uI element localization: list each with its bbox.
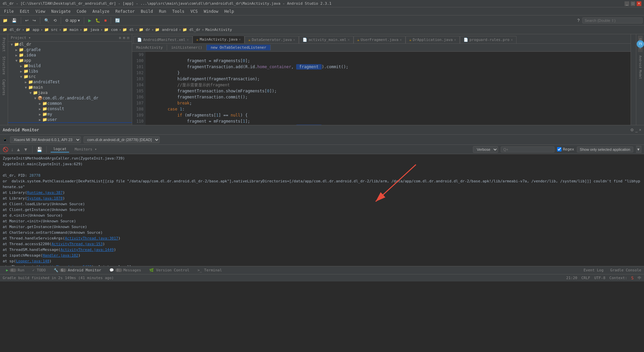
toolbar-debug-btn[interactable]: 🐛	[94, 17, 102, 24]
log-tab-logcat[interactable]: logcat	[51, 146, 69, 152]
method-tab-initlistener[interactable]: initListener()	[167, 45, 207, 50]
toolbar-app-btn[interactable]: ⚙ app ▾	[64, 17, 81, 24]
tab-proguard[interactable]: 📄 proguard-rules.pro ×	[460, 36, 517, 43]
tree-item-idea[interactable]: ▶📁 .idea	[8, 52, 132, 58]
bottom-tab-version-control[interactable]: 🌿 Version Control	[146, 267, 193, 273]
captures-icon[interactable]: Captures	[1, 77, 6, 97]
maximize-button[interactable]: □	[631, 1, 635, 6]
tree-item-src[interactable]: ▼📁 src	[8, 74, 132, 79]
method-tab-ontabselected[interactable]: new OnTabSelectedListener	[207, 45, 271, 50]
tab-mainactivity[interactable]: ☕ MainActivity.java ×	[193, 36, 245, 43]
tab-userfragment[interactable]: ☕ UserFragment.java ×	[354, 36, 406, 43]
event-log-link[interactable]: Event Log	[584, 268, 604, 272]
panel-minimize-btn[interactable]: _	[635, 128, 638, 132]
nav-item-dl_dr2[interactable]: 📁 dl_dr	[182, 28, 201, 32]
global-search-input[interactable]	[582, 17, 643, 24]
toolbar-help-btn[interactable]: ?	[576, 17, 581, 24]
regex-checkbox-label[interactable]: Regex	[557, 147, 574, 151]
nav-item-mainactivity[interactable]: MainActivity	[205, 28, 232, 32]
show-only-selected-btn[interactable]: Show only selected application	[577, 146, 633, 152]
tree-item-dl_dr[interactable]: ▼📁 dl_dr	[8, 42, 132, 47]
tree-item-user[interactable]: ▶📁 user	[8, 117, 132, 122]
tree-item-app[interactable]: ▼📁 app	[8, 58, 132, 63]
nav-item-main[interactable]: 📁 main	[63, 28, 78, 32]
nav-item-dl_dr[interactable]: 📁 dl_dr	[3, 28, 21, 32]
tree-item-libs[interactable]: ▶📁 libs	[8, 69, 132, 74]
tree-item-my[interactable]: ▶📁 my	[8, 112, 132, 117]
menu-run[interactable]: Run	[156, 8, 169, 14]
structure-icon[interactable]: Structure	[1, 54, 6, 77]
tree-item-util[interactable]: ▶📁 util	[8, 122, 132, 123]
nav-item-android[interactable]: 📁 android	[155, 28, 177, 32]
toolbar-run-btn[interactable]: ▶	[87, 17, 93, 24]
menu-file[interactable]: File	[1, 8, 16, 14]
method-tab-mainactivity[interactable]: MainActivity	[132, 45, 167, 50]
project-icon[interactable]: Project	[1, 36, 6, 54]
nav-item-src[interactable]: 📁 src	[44, 28, 58, 32]
logcat-scroll-btn[interactable]: ↓	[11, 147, 13, 152]
menu-view[interactable]: View	[33, 8, 48, 14]
tab-drapplication[interactable]: ☕ DrApplication.java ×	[406, 36, 460, 43]
toolbar-undo-btn[interactable]: ↩	[24, 17, 30, 24]
device-select[interactable]: Xiaomi MI 3W Android 6.0.1, API 23	[10, 136, 81, 143]
regex-checkbox[interactable]	[557, 147, 561, 151]
tab-activity-main-xml[interactable]: 📄 activity_main.xml ×	[299, 36, 354, 43]
menu-refactor[interactable]: Refactor	[113, 8, 138, 14]
menu-code[interactable]: Code	[74, 8, 89, 14]
android-model-tab[interactable]: Android Model	[638, 53, 643, 82]
menu-navigate[interactable]: Navigate	[49, 8, 73, 14]
logcat-save-btn[interactable]: 💾	[37, 147, 42, 152]
code-content[interactable]: fragment = mFragmensts[0]; fragmentTrans…	[146, 52, 631, 125]
tree-item-androidtest[interactable]: ▶📁 androidTest	[8, 79, 132, 85]
bottom-tab-run[interactable]: ▶ 4: Run	[3, 267, 28, 273]
tab-androidmanifest[interactable]: 📄 AndroidManifest.xml ×	[133, 36, 193, 43]
menu-tools[interactable]: Tools	[170, 8, 187, 14]
bottom-tab-todo[interactable]: ✓ TODO	[29, 267, 49, 273]
close-button[interactable]: ×	[637, 1, 641, 6]
nav-item-dl[interactable]: 📁 dl	[122, 28, 134, 32]
panel-close-btn[interactable]: ×	[639, 128, 641, 132]
tree-item-gradle[interactable]: ▶📁 .gradle	[8, 47, 132, 52]
log-search-input[interactable]	[501, 146, 554, 152]
nav-item-java[interactable]: 📁 java	[83, 28, 99, 32]
toolbar-sync-btn[interactable]: 🔄	[114, 17, 121, 24]
menu-window[interactable]: Window	[201, 8, 221, 14]
log-content[interactable]: ZygoteInit$MethodAndArgsCaller.run(Zygot…	[0, 154, 644, 266]
toolbar-replace-btn[interactable]: ⟲	[52, 17, 58, 24]
bottom-tab-android-monitor[interactable]: 🔧 6: Android Monitor	[50, 267, 104, 273]
logcat-clear-btn[interactable]: 🚫	[3, 147, 8, 152]
tree-item-main[interactable]: ▼📁 main	[8, 85, 132, 90]
tree-item-package[interactable]: ▼📦 com.dl.dr.android.dl_dr	[8, 95, 132, 101]
menu-help[interactable]: Help	[222, 8, 237, 14]
code-area[interactable]: 99 100 101 102 103 104 105 106 107 108 1…	[132, 52, 631, 125]
menu-edit[interactable]: Edit	[17, 8, 32, 14]
panel-settings-btn[interactable]: ⚙	[630, 128, 634, 132]
show-only-dropdown-btn[interactable]: ▾	[636, 146, 641, 153]
tree-item-common[interactable]: ▶📁 common	[8, 101, 132, 106]
toolbar-search-btn[interactable]: 🔍	[43, 17, 51, 24]
nav-item-dr[interactable]: 📁 dr	[139, 28, 150, 32]
toolbar-save-btn[interactable]: 💾	[10, 17, 18, 24]
nav-item-app[interactable]: 📁 app	[25, 28, 39, 32]
bottom-tab-messages[interactable]: 💬 0: Messages	[106, 267, 145, 273]
bottom-tab-terminal[interactable]: >_ Terminal	[194, 267, 225, 273]
toolbar-stop-btn[interactable]: ■	[103, 17, 108, 24]
menu-analyze[interactable]: Analyze	[90, 8, 112, 14]
nav-item-com[interactable]: 📁 com	[104, 28, 118, 32]
minimize-button[interactable]: _	[625, 1, 629, 6]
logcat-up-btn[interactable]: ▲	[16, 147, 21, 152]
tab-datagenerator[interactable]: ☕ DataGenerator.java ×	[245, 36, 299, 43]
log-tab-monitors[interactable]: Monitors ▾	[72, 146, 99, 152]
log-level-select[interactable]: Verbose Debug Info Warn Error	[473, 146, 498, 153]
tree-item-build[interactable]: ▶📁 build	[8, 63, 132, 69]
toolbar-project-btn[interactable]: 📁	[1, 17, 9, 24]
logcat-down-btn[interactable]: ▼	[23, 147, 28, 152]
toolbar-redo-btn[interactable]: ↪	[31, 17, 37, 24]
process-select[interactable]: com.dl.dr.android.dl_dr (28778) [DEAD]	[84, 136, 160, 143]
menu-vcs[interactable]: VCS	[188, 8, 201, 14]
tree-item-consult[interactable]: ▶📁 consult	[8, 106, 132, 112]
tree-item-java[interactable]: ▼📁 java	[8, 90, 132, 95]
build-variants-indicator[interactable]: 75	[637, 40, 644, 48]
gradle-console-link[interactable]: Gradle Console	[610, 268, 641, 272]
menu-build[interactable]: Build	[138, 8, 156, 14]
